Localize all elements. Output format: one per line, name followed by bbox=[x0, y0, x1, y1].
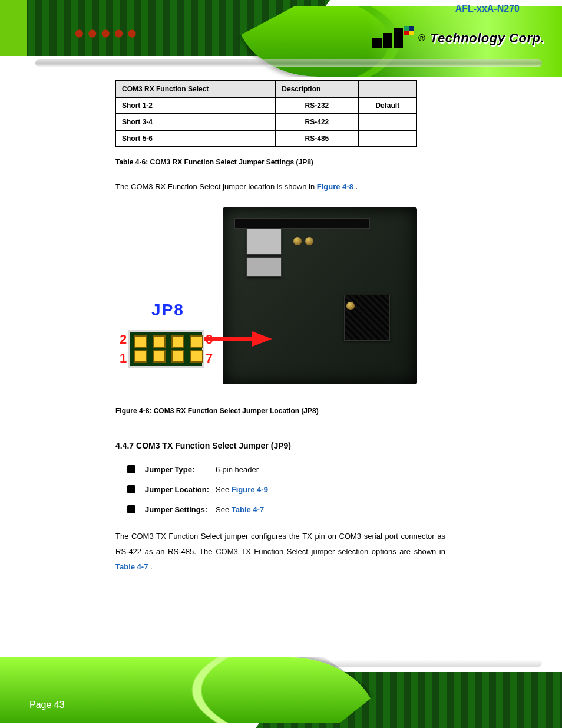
spec-value: See Figure 4-9 bbox=[216, 485, 268, 495]
pin-icon bbox=[171, 335, 184, 348]
page-label: Page 43 bbox=[29, 700, 65, 710]
table-row: Short 3-4 RS-422 bbox=[116, 114, 417, 130]
table-caption: Table 4-6: COM3 RX Function Select Jumpe… bbox=[115, 158, 445, 166]
text: . bbox=[356, 182, 358, 191]
text: See bbox=[216, 505, 232, 514]
content: COM3 RX Function Select Description Shor… bbox=[115, 77, 445, 575]
figure-ref: Figure 4-9 bbox=[232, 485, 268, 494]
pin-number: 1 bbox=[120, 351, 127, 366]
capacitor-icon bbox=[305, 237, 313, 245]
cell: Short 1-2 bbox=[116, 97, 276, 114]
capacitor-icon bbox=[293, 237, 302, 245]
tx-paragraph: The COM3 TX Function Select jumper confi… bbox=[115, 529, 445, 575]
spec-row: Jumper Type: 6-pin header bbox=[115, 465, 445, 475]
cell bbox=[358, 130, 416, 147]
text: The COM3 TX Function Select jumper confi… bbox=[115, 532, 445, 556]
pin-icon bbox=[190, 335, 203, 348]
spec-value: 6-pin header bbox=[216, 465, 259, 475]
pin-icon bbox=[190, 350, 203, 363]
spec-label: Jumper Settings: bbox=[115, 505, 216, 515]
cell bbox=[358, 114, 416, 130]
rx-location-sentence: The COM3 RX Function Select jumper locat… bbox=[115, 179, 445, 195]
brand-text: Technology Corp. bbox=[430, 31, 544, 46]
cell: Default bbox=[358, 97, 416, 114]
pin-number: 8 bbox=[206, 332, 213, 347]
cell: RS-485 bbox=[276, 130, 358, 147]
figure-caption: Figure 4-8: COM3 RX Function Select Jump… bbox=[115, 407, 445, 415]
table-row: Short 5-6 RS-485 bbox=[116, 130, 417, 147]
pin-icon bbox=[134, 335, 147, 348]
brand: ® Technology Corp. bbox=[372, 28, 544, 48]
th-extra bbox=[358, 81, 416, 97]
spec-row: Jumper Location: See Figure 4-9 bbox=[115, 485, 445, 495]
pin-number: 2 bbox=[120, 332, 127, 347]
dimm-slot bbox=[234, 218, 370, 229]
jumper-label: JP8 bbox=[118, 302, 218, 318]
jumper-spec-list: Jumper Type: 6-pin header Jumper Locatio… bbox=[115, 465, 445, 516]
cell: RS-422 bbox=[276, 114, 358, 130]
motherboard-photo bbox=[223, 207, 417, 384]
rx-function-table: COM3 RX Function Select Description Shor… bbox=[115, 80, 417, 147]
cell: Short 3-4 bbox=[116, 114, 276, 130]
th-desc: Description bbox=[276, 81, 358, 97]
brand-logo-icon bbox=[372, 28, 414, 48]
text: . bbox=[150, 562, 153, 571]
chip bbox=[246, 257, 282, 277]
capacitor-icon bbox=[346, 302, 355, 310]
spec-label: Jumper Type: bbox=[115, 465, 216, 475]
registered-mark: ® bbox=[418, 33, 425, 44]
chip bbox=[246, 229, 282, 255]
jumper-diagram: JP8 2 8 1 7 bbox=[118, 302, 218, 368]
pin-number: 7 bbox=[206, 351, 213, 366]
text: See bbox=[216, 485, 232, 494]
table-ref: Table 4-7 bbox=[232, 505, 264, 514]
pin-icon bbox=[153, 335, 166, 348]
rx-jumper-figure: JP8 2 8 1 7 bbox=[115, 207, 417, 394]
th-name: COM3 RX Function Select bbox=[116, 81, 276, 97]
pin-icon bbox=[134, 350, 147, 363]
top-divider bbox=[35, 59, 542, 67]
figure-ref: Figure 4-8 bbox=[317, 182, 353, 191]
bottom-banner: Page 43 bbox=[0, 657, 562, 728]
spec-row: Jumper Settings: See Table 4-7 bbox=[115, 505, 445, 515]
cell: RS-232 bbox=[276, 97, 358, 114]
pin-icon bbox=[153, 350, 166, 363]
table-row: Short 1-2 RS-232 Default bbox=[116, 97, 417, 114]
section-heading: 4.4.7 COM3 TX Function Select Jumper (JP… bbox=[115, 441, 445, 450]
product-name: AFL-xxA-N270 bbox=[455, 4, 520, 14]
table-ref: Table 4-7 bbox=[115, 562, 148, 571]
cell: Short 5-6 bbox=[116, 130, 276, 147]
pin-frame bbox=[128, 330, 204, 368]
banner-swoosh-bottom bbox=[0, 657, 377, 723]
spec-value: See Table 4-7 bbox=[216, 505, 264, 515]
text: The COM3 RX Function Select jumper locat… bbox=[115, 182, 317, 191]
pin-icon bbox=[171, 350, 184, 363]
spec-label: Jumper Location: bbox=[115, 485, 216, 495]
